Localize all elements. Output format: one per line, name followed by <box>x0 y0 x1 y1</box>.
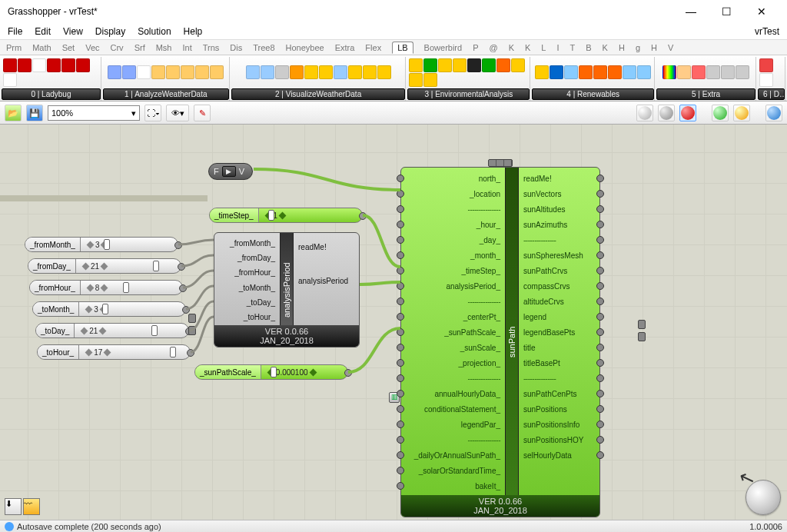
input-fromDay[interactable]: _fromDay_ <box>219 251 275 265</box>
input-toMonth[interactable]: _toMonth_ <box>219 281 275 295</box>
ribbon-icon[interactable] <box>692 65 706 79</box>
output-port[interactable] <box>596 451 604 459</box>
ribbon-icon[interactable] <box>181 65 194 79</box>
top-grip[interactable] <box>488 159 513 167</box>
zoom-extents-icon[interactable]: ⛶▾ <box>144 105 161 121</box>
output-port[interactable] <box>174 241 182 249</box>
ribbon-icon[interactable] <box>438 58 452 72</box>
ribbon-icon[interactable] <box>677 65 691 79</box>
ribbon-icon[interactable] <box>637 65 651 79</box>
tab-trns[interactable]: Trns <box>203 43 220 52</box>
input-fromMonth[interactable]: _fromMonth_ <box>219 236 275 251</box>
tab-k[interactable]: K <box>525 43 530 52</box>
menu-file[interactable]: File <box>8 26 22 37</box>
ribbon-group-label[interactable]: 1 | AnalyzeWeatherData <box>103 88 229 100</box>
ribbon-icon[interactable] <box>759 73 773 87</box>
ribbon-icon[interactable] <box>496 58 510 72</box>
io-analysisPeriod[interactable]: analysisPeriod_ <box>406 278 500 294</box>
shade-icon-6[interactable] <box>765 105 782 121</box>
ribbon-icon[interactable] <box>108 65 121 79</box>
slider-grip[interactable] <box>271 367 277 377</box>
tab-srf[interactable]: Srf <box>134 43 145 52</box>
input-port[interactable] <box>397 175 404 182</box>
ribbon-icon[interactable] <box>61 58 75 72</box>
ribbon-group-label[interactable]: 5 | Extra <box>656 88 755 100</box>
ribbon-group-label[interactable]: 6 | D… <box>758 88 785 100</box>
output-port[interactable] <box>179 284 187 292</box>
input-port[interactable] <box>397 359 404 367</box>
ribbon-icon[interactable] <box>608 65 622 79</box>
ribbon-icon[interactable] <box>3 73 17 87</box>
output-port[interactable] <box>596 298 604 305</box>
tab-prm[interactable]: Prm <box>6 43 22 52</box>
io-solarOrStandardTime[interactable]: _solarOrStandardTime_ <box>406 463 500 478</box>
tab-i[interactable]: I <box>556 43 559 52</box>
output-port[interactable] <box>182 306 190 314</box>
shade-icon-1[interactable] <box>636 105 653 121</box>
sketch-icon[interactable]: ✎ <box>194 105 211 121</box>
ribbon-icon[interactable] <box>579 65 593 79</box>
output-port[interactable] <box>359 212 367 220</box>
preview-icon[interactable]: 👁▾ <box>166 105 189 121</box>
ribbon-icon[interactable] <box>409 58 423 72</box>
io-centerPt[interactable]: _centerPt_ <box>406 309 500 324</box>
tab-t[interactable]: T <box>570 43 576 52</box>
maximize-button[interactable]: ☐ <box>709 0 744 23</box>
io-titleBasePt[interactable]: titleBasePt <box>523 355 595 371</box>
shade-icon-4[interactable] <box>712 105 729 121</box>
ribbon-icon[interactable] <box>706 65 720 79</box>
ribbon-icon[interactable] <box>334 65 347 79</box>
close-button[interactable]: ✕ <box>744 0 779 23</box>
output-port[interactable] <box>187 349 194 357</box>
ribbon-group-label[interactable]: 4 | Renewables <box>532 88 654 100</box>
ribbon-icon[interactable] <box>482 58 496 72</box>
ribbon-icon[interactable] <box>550 65 563 79</box>
input-port[interactable] <box>397 190 404 198</box>
io-dailyOrAnnualSunPath[interactable]: _dailyOrAnnualSunPath_ <box>406 447 500 463</box>
ribbon-icon[interactable] <box>261 65 274 79</box>
io-sunAltitudes[interactable]: sunAltitudes <box>523 201 595 217</box>
cluster-grip[interactable] <box>188 314 196 323</box>
io-sunVectors[interactable]: sunVectors <box>523 186 595 201</box>
io-legendPar[interactable]: legendPar_ <box>406 417 500 432</box>
cluster-grip[interactable] <box>638 332 646 341</box>
io-timeStep[interactable]: _timeStep_ <box>406 263 500 278</box>
input-port[interactable] <box>397 328 404 336</box>
ribbon-icon[interactable] <box>137 65 151 79</box>
output-port[interactable] <box>596 282 604 290</box>
io-day[interactable]: _day_ <box>406 232 500 248</box>
io-sunSpheresMesh[interactable]: sunSpheresMesh <box>523 248 595 263</box>
output-port[interactable] <box>596 421 604 428</box>
ribbon-icon[interactable] <box>423 58 437 72</box>
tab-vec[interactable]: Vec <box>85 43 99 52</box>
ribbon-icon[interactable] <box>409 73 423 87</box>
slider-toMonth[interactable]: _toMonth_3 <box>32 301 186 317</box>
input-port[interactable] <box>397 467 404 474</box>
io-sunPathCenPts[interactable]: sunPathCenPts <box>523 386 595 401</box>
input-port[interactable] <box>397 390 404 397</box>
tab-crv[interactable]: Crv <box>111 43 124 52</box>
ribbon-icon[interactable] <box>759 58 773 72</box>
shade-icon-5[interactable] <box>733 105 750 121</box>
input-port[interactable] <box>397 451 404 459</box>
io-projection[interactable]: _projection_ <box>406 355 500 371</box>
ribbon-icon[interactable] <box>662 65 676 79</box>
input-port[interactable] <box>397 267 404 274</box>
input-port[interactable] <box>397 298 404 305</box>
shade-icon-2[interactable] <box>658 105 675 121</box>
io-sunAzimuths[interactable]: sunAzimuths <box>523 217 595 232</box>
slider-sunPathScale[interactable]: _sunPathScale_0.000100 <box>194 364 348 380</box>
input-port[interactable] <box>397 313 404 321</box>
cluster-grip[interactable] <box>638 320 646 329</box>
input-port[interactable] <box>397 205 404 213</box>
tab-v[interactable]: V <box>668 43 673 52</box>
input-port[interactable] <box>397 236 404 244</box>
ribbon-icon[interactable] <box>511 58 525 72</box>
ribbon-icon[interactable] <box>721 65 735 79</box>
tab-k[interactable]: K <box>603 43 608 52</box>
shade-icon-3[interactable] <box>679 105 696 121</box>
ribbon-icon[interactable] <box>195 65 209 79</box>
input-port[interactable] <box>397 282 404 290</box>
tab-flex[interactable]: Flex <box>365 43 381 52</box>
cluster-grip[interactable] <box>188 326 196 335</box>
